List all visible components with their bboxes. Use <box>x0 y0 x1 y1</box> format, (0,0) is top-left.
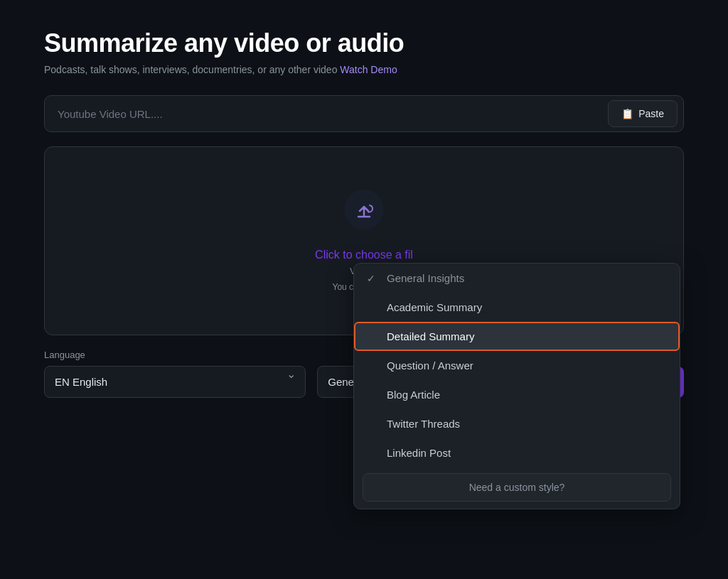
dropdown-item-twitter-threads[interactable]: Twitter Threads <box>354 409 680 438</box>
dropdown-item-label: General Insights <box>387 272 464 284</box>
page-subtitle: Podcasts, talk shows, interviews, docume… <box>44 64 684 75</box>
page-title: Summarize any video or audio <box>44 28 684 58</box>
upload-click-text[interactable]: Click to choose a fil <box>315 249 413 261</box>
clipboard-icon: 📋 <box>621 108 633 119</box>
paste-button[interactable]: 📋 Paste <box>608 100 678 127</box>
upload-icon <box>344 190 384 237</box>
language-label: Language <box>44 350 306 360</box>
dropdown-item-blog-article[interactable]: Blog Article <box>354 380 680 409</box>
style-dropdown-menu: ✓ General Insights Academic Summary Deta… <box>353 263 680 509</box>
language-select-wrapper: Language EN English ES Spanish FR French… <box>44 350 306 398</box>
check-icon: ✓ <box>367 273 380 284</box>
dropdown-item-label: Detailed Summary <box>387 330 474 342</box>
watch-demo-link[interactable]: Watch Demo <box>340 64 397 75</box>
dropdown-item-question-answer[interactable]: Question / Answer <box>354 351 680 380</box>
custom-style-button[interactable]: Need a custom style? <box>363 473 671 502</box>
url-input[interactable] <box>45 98 602 130</box>
dropdown-item-label: Academic Summary <box>387 301 482 313</box>
dropdown-item-label: Question / Answer <box>387 359 473 372</box>
dropdown-item-label: Linkedin Post <box>387 447 451 459</box>
dropdown-item-detailed-summary[interactable]: Detailed Summary <box>354 322 680 351</box>
dropdown-item-label: Blog Article <box>387 389 440 401</box>
dropdown-item-label: Twitter Threads <box>387 418 460 430</box>
dropdown-item-linkedin-post[interactable]: Linkedin Post <box>354 438 680 467</box>
dropdown-item-general-insights[interactable]: ✓ General Insights <box>354 264 680 293</box>
language-select[interactable]: EN English ES Spanish FR French DE Germa… <box>44 366 306 398</box>
url-input-row: 📋 Paste <box>44 95 684 132</box>
dropdown-item-academic-summary[interactable]: Academic Summary <box>354 293 680 322</box>
